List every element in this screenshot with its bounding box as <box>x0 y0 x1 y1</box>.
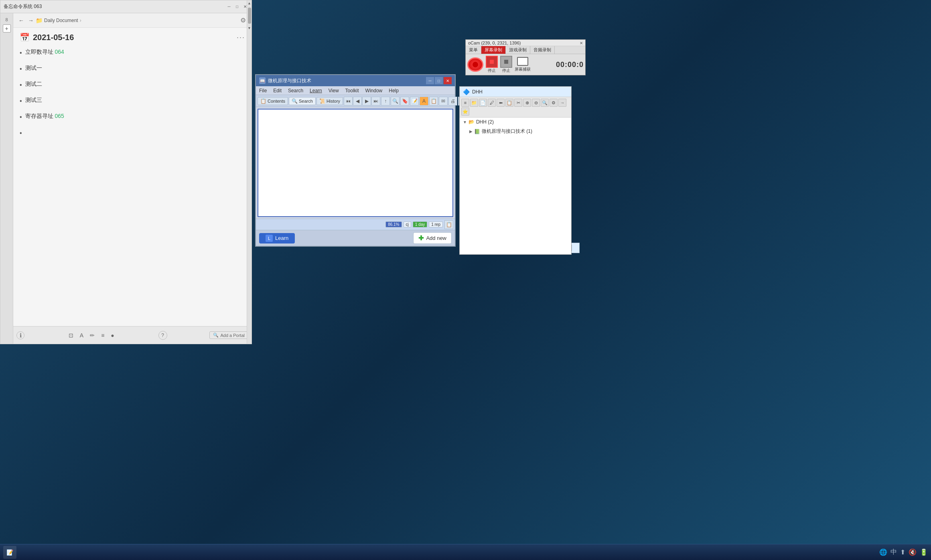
taskbar-battery-icon[interactable]: 🔋 <box>920 548 928 556</box>
dhh-tool-3[interactable]: 📄 <box>479 99 487 107</box>
ocam-tab-menu[interactable]: 菜单 <box>466 46 481 54</box>
taskbar-volume-icon[interactable]: 🔇 <box>909 548 917 556</box>
note-item-text: 寄存器寻址 065 <box>25 113 64 120</box>
help-close-button[interactable]: ✕ <box>444 77 452 84</box>
scroll-thumb[interactable] <box>248 8 251 24</box>
tool-draw-button[interactable]: ✏ <box>88 331 96 339</box>
note-link-064[interactable]: 064 <box>55 49 64 55</box>
history-icon: 📜 <box>319 98 325 104</box>
nav-search-small[interactable]: 🔍 <box>391 97 400 106</box>
taskbar-ime-icon[interactable]: 中 <box>890 548 897 556</box>
dhh-tree-dhh[interactable]: ▼ 📂 DHH (2) <box>460 118 571 126</box>
note-help-button[interactable]: ? <box>158 331 167 340</box>
menu-window[interactable]: Window <box>364 87 384 94</box>
ocam-screen-button[interactable]: 屏幕捕获 <box>515 57 531 72</box>
dhh-tool-8[interactable]: ⊕ <box>523 99 531 107</box>
help-toolbar: 📋 Contents 🔍 Search 📜 History ⏮ ◀ ▶ ⏭ ↑ … <box>256 95 455 107</box>
nav-bookmark[interactable]: 🔖 <box>400 97 409 106</box>
note-date-row: 📅 2021-05-16 <box>20 32 74 42</box>
stop-square <box>490 60 494 64</box>
nav-prev-button[interactable]: ◀ <box>353 97 362 106</box>
scroll-down-arrow[interactable]: ▼ <box>247 25 252 31</box>
note-more-button[interactable]: ··· <box>237 33 245 42</box>
note-window-controls: ─ □ ✕ <box>226 4 248 10</box>
note-link-065[interactable]: 065 <box>55 113 64 119</box>
tool-text-button[interactable]: A <box>78 331 85 339</box>
dhh-tool-13[interactable]: ⭐ <box>461 108 469 116</box>
note-scrollbar[interactable]: ▲ ▼ <box>247 0 252 344</box>
dhh-tool-7[interactable]: ✂ <box>514 99 522 107</box>
help-maximize-button[interactable]: □ <box>435 77 443 84</box>
search-button[interactable]: 🔍 Search <box>289 97 316 105</box>
contents-button[interactable]: 📋 Contents <box>258 97 288 105</box>
add-new-button[interactable]: ✚ Add new <box>413 232 452 244</box>
menu-file[interactable]: File <box>258 87 268 94</box>
scroll-up-arrow[interactable]: ▲ <box>247 0 252 6</box>
ocam-tab-screen[interactable]: 屏幕录制 <box>481 46 506 54</box>
ocam-close-button[interactable]: ✕ <box>580 41 583 45</box>
help-minimize-button[interactable]: ─ <box>426 77 434 84</box>
note-tools: ⊡ A ✏ ≡ ● <box>67 331 116 339</box>
help-stats-row: 86.1% cj 1 day 1 rep 📋 <box>256 219 455 230</box>
dhh-tool-10[interactable]: 🔍 <box>541 99 549 107</box>
search-icon: 🔍 <box>292 98 298 104</box>
nav-up-button[interactable]: ↑ <box>381 97 390 106</box>
tool-grid-button[interactable]: ⊡ <box>67 331 75 339</box>
menu-help[interactable]: Help <box>387 87 400 94</box>
list-item: • 立即数寻址 064 <box>20 49 245 57</box>
dhh-tool-9[interactable]: ⊖ <box>532 99 540 107</box>
nav-mail[interactable]: ✉ <box>439 97 448 106</box>
note-item-text: 测试三 <box>25 97 42 104</box>
menu-view[interactable]: View <box>327 87 341 94</box>
note-forward-button[interactable]: → <box>26 16 36 25</box>
stat-extra[interactable]: 📋 <box>444 220 453 229</box>
list-item: • <box>20 129 245 137</box>
nav-highlight[interactable]: A <box>420 97 428 106</box>
dhh-tool-4[interactable]: 🖊 <box>488 99 496 107</box>
add-portal-button[interactable]: 🔍 Add a Portal <box>209 331 248 339</box>
dhh-tool-2[interactable]: 📁 <box>470 99 478 107</box>
ocam-titlebar: oCam (239, 0, 2321, 1396) ✕ <box>466 40 585 46</box>
nav-print[interactable]: 🖨 <box>448 97 457 106</box>
nav-last-button[interactable]: ⏭ <box>371 97 380 106</box>
stop2-label: 停止 <box>502 68 510 73</box>
note-minimize-button[interactable]: ─ <box>226 4 232 10</box>
menu-edit[interactable]: Edit <box>272 87 283 94</box>
search-icon: 🔍 <box>213 333 219 338</box>
ocam-stop-button[interactable] <box>486 56 498 68</box>
nav-first-button[interactable]: ⏮ <box>344 97 353 106</box>
nav-copy[interactable]: 📋 <box>429 97 438 106</box>
taskbar-note-item[interactable]: 📝 <box>3 546 16 559</box>
dhh-tool-5[interactable]: ⬅ <box>497 99 505 107</box>
info-button[interactable]: ℹ <box>16 331 24 339</box>
ocam-tab-game[interactable]: 游戏录制 <box>506 46 530 54</box>
taskbar-globe-icon[interactable]: 🌐 <box>879 548 887 556</box>
dhh-tool-1[interactable]: ≡ <box>461 99 469 107</box>
note-maximize-button[interactable]: □ <box>234 4 240 10</box>
menu-learn[interactable]: Learn <box>308 87 324 94</box>
history-button[interactable]: 📜 History <box>316 97 343 105</box>
dhh-tool-12[interactable]: → <box>558 99 566 107</box>
dhh-tool-11[interactable]: ⚙ <box>550 99 558 107</box>
tool-list-button[interactable]: ≡ <box>99 331 106 339</box>
nav-next-button[interactable]: ▶ <box>362 97 371 106</box>
list-item: • 测试一 <box>20 65 245 73</box>
dhh-tree-book[interactable]: ▶ 📗 微机原理与接口技术 (1) <box>460 126 571 136</box>
sidebar-add-button[interactable]: + <box>3 24 11 32</box>
nav-note[interactable]: 📝 <box>410 97 419 106</box>
ocam-stop2-button[interactable] <box>500 56 512 68</box>
note-app-window: 备忘命令系统 063 ─ □ ✕ 8 + ← → 📁 Daily Documen… <box>0 0 252 344</box>
tool-bullet-button[interactable]: ● <box>109 331 116 339</box>
ocam-tabs: 菜单 屏幕录制 游戏录制 音频录制 <box>466 46 585 54</box>
ocam-tab-audio[interactable]: 音频录制 <box>530 46 555 54</box>
learn-button[interactable]: L Learn <box>259 233 295 243</box>
dhh-tool-6[interactable]: 📋 <box>505 99 513 107</box>
menu-toolkit[interactable]: Toolkit <box>344 87 361 94</box>
ocam-record-button[interactable] <box>467 57 483 72</box>
menu-search[interactable]: Search <box>286 87 305 94</box>
help-menubar: File Edit Search Learn View Toolkit Wind… <box>256 86 455 95</box>
screen-label: 屏幕捕获 <box>515 67 531 72</box>
note-back-button[interactable]: ← <box>16 16 26 25</box>
taskbar-upload-icon[interactable]: ⬆ <box>900 548 905 556</box>
dhh-titlebar: 🔷 DHH <box>460 87 571 97</box>
